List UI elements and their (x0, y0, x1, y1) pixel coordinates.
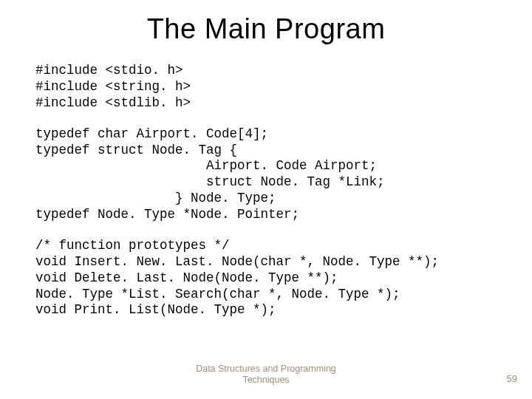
slide: The Main Program #include <stdio. h> #in… (0, 0, 532, 399)
code-block-typedefs: typedef char Airport. Code[4]; typedef s… (35, 126, 497, 223)
slide-title: The Main Program (35, 13, 497, 45)
code-block-prototypes: /* function prototypes */ void Insert. N… (35, 238, 497, 318)
footer-text: Data Structures and Programming Techniqu… (0, 364, 532, 386)
page-number: 59 (507, 373, 517, 384)
code-block-includes: #include <stdio. h> #include <string. h>… (35, 63, 497, 112)
